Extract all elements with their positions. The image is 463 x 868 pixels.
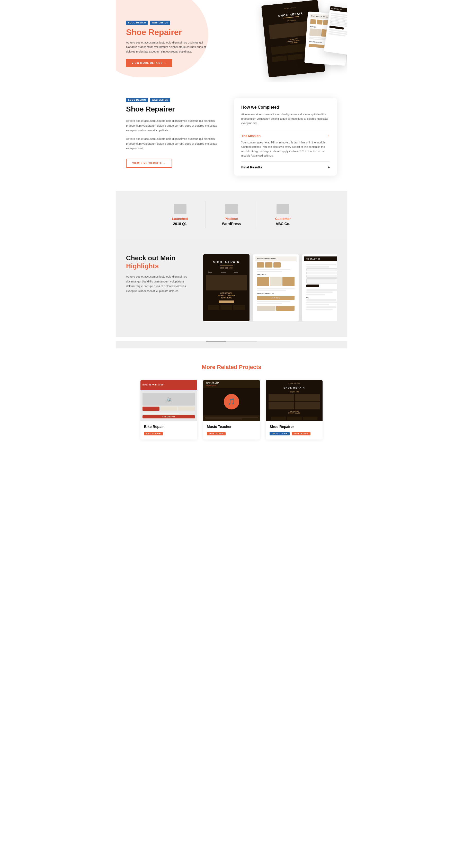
scrollbar-thumb: [206, 341, 226, 342]
shoe-thumb-brand: SHOE REPAIR: [284, 386, 305, 389]
related-card-shoe-tag-logo: LOGO DESIGN: [270, 432, 290, 435]
bike-icon: 🚲: [165, 396, 172, 402]
hc-underline-1: [220, 265, 233, 266]
highlight-card-1-inner: SHOE REPAIR (255) 355-4258 Home Services…: [203, 254, 250, 321]
hcr-line-1: [306, 264, 336, 265]
highlights-title: Check out Main Highlights: [126, 254, 193, 270]
detail-cta-button[interactable]: VIEW LIVE WEBSITE →: [126, 159, 172, 167]
accordion-mission[interactable]: The Mission ↑ Your content goes here. Ed…: [241, 130, 330, 161]
detail-right: How we Completed At vero eos et accusamu…: [234, 98, 337, 176]
detail-left: LOGO DESIGN WEB DESIGN Shoe Repairer At …: [126, 98, 224, 167]
accordion-mission-icon: ↑: [328, 134, 330, 138]
hcr-submit-btn: [306, 284, 319, 287]
shoe-thumb-img-2: [295, 394, 320, 401]
related-title: More Related Projects: [126, 364, 337, 371]
detail-tag-logo: LOGO DESIGN: [126, 98, 148, 102]
stat-launched-label: Launched: [160, 217, 200, 221]
card-description: At vero eos et accusamus iusto odio dign…: [241, 112, 330, 125]
detail-card: How we Completed At vero eos et accusamu…: [234, 98, 337, 176]
stat-launched: Launched 2018 Q1: [154, 202, 206, 228]
related-card-shoe-name: Shoe Repairer: [270, 425, 319, 429]
stat-platform-value: WordPress: [211, 222, 252, 226]
hcl-box-3: [273, 262, 280, 268]
bike-thumb-header: BIKE REPAIR SHOP: [140, 380, 197, 390]
stat-customer: Customer ABC Co.: [257, 202, 309, 228]
hcr-input-3: [306, 275, 337, 278]
highlights-right: SHOE REPAIR (255) 355-4258 Home Services…: [203, 254, 337, 321]
related-card-bike-info: Bike Repair WEB DESIGN: [140, 421, 197, 439]
related-card-music-name: Music Teacher: [207, 425, 256, 429]
accordion-mission-header[interactable]: The Mission ↑: [241, 134, 330, 138]
hcr-line-4: [306, 291, 333, 293]
shoe-thumb-img-1: [269, 394, 294, 401]
detail-desc1: At vero eos et accusamus iusto odio dign…: [126, 119, 224, 133]
hcl-line-3: [257, 288, 295, 289]
hcr-line-3: [306, 289, 337, 291]
highlight-card-2: SHOE REPAIR BY MAIL SERVICES SHOE REPAIR…: [253, 254, 299, 321]
related-thumb-shoe: SHOE REPAIR SHOE REPAIR (255) 355-4258 G…: [266, 380, 323, 421]
accordion-results-icon: +: [328, 165, 330, 169]
shoe-thumb-img-4: [295, 402, 320, 409]
hero-tag-web: WEB DESIGN: [150, 21, 170, 25]
hcr-faq-line-3: [306, 304, 329, 305]
related-title-suffix: Projects: [237, 364, 261, 370]
related-card-shoe-info: Shoe Repairer LOGO DESIGN WEB DESIGN: [266, 421, 323, 439]
hcl-row-2: [255, 261, 297, 269]
hero-tags: LOGO DESIGN WEB DESIGN: [126, 21, 208, 25]
highlights-scrollbar[interactable]: [116, 341, 347, 342]
hcl-header-2: SHOE REPAIR BY MAIL: [255, 256, 297, 261]
highlight-card-3: CONTACT US FAQ: [302, 254, 337, 321]
accordion-mission-body: Your content goes here. Edit or remove t…: [241, 140, 330, 158]
hcl-img-3: [283, 277, 295, 286]
hcr-body: FAQ: [304, 261, 337, 313]
hero-cta-button[interactable]: VIEW MORE DETAILS →: [126, 59, 172, 67]
hero-section: LOGO DESIGN WEB DESIGN Shoe Repairer At …: [116, 0, 347, 83]
hcl-club-banner: JOIN NOW: [257, 296, 295, 300]
stat-launched-icon: [174, 204, 187, 214]
stat-customer-value: ABC Co.: [262, 222, 303, 226]
stat-launched-value: 2018 Q1: [160, 222, 200, 226]
hcl-line-4: [257, 290, 286, 291]
bike-thumb-img: 🚲: [142, 393, 195, 406]
accordion-results-label: Final Results: [241, 165, 262, 169]
stat-platform-label: Platform: [211, 217, 252, 221]
highlights-section: Check out Main Highlights At vero eos et…: [116, 239, 347, 337]
bike-thumb-content: 🚲 OUR SERVICES: [140, 390, 197, 420]
related-card-bike-name: Bike Repair: [144, 425, 193, 429]
hcr-line-5: [306, 294, 325, 295]
related-card-music[interactable]: Learn To Play an Instrument Using Backgr…: [203, 380, 260, 439]
hero-description: At vero eos et accusamus iusto odio dign…: [126, 40, 208, 54]
hcl-img-2: [270, 277, 282, 286]
hcl-img-1: [257, 277, 269, 286]
hcl-box-2: [265, 262, 272, 268]
highlights-description: At vero eos et accusamus iusto odio dign…: [126, 274, 193, 293]
related-card-shoe[interactable]: SHOE REPAIR SHOE REPAIR (255) 355-4258 G…: [266, 380, 323, 439]
hcl-section-services: SERVICES: [255, 273, 297, 276]
hcr-faq-line-4: [306, 306, 336, 308]
accordion-results-header[interactable]: Final Results +: [241, 165, 330, 169]
accordion-mission-label: The Mission: [241, 134, 261, 138]
hcl-line-5: [257, 301, 290, 302]
stat-customer-icon: [276, 204, 289, 214]
hc-promo-1: GET REPAIRSWITHOUT LEAVINGYOUR HOME: [218, 292, 235, 299]
related-card-bike[interactable]: BIKE REPAIR SHOP 🚲 OUR S: [140, 380, 197, 439]
stat-customer-label: Customer: [262, 217, 303, 221]
hcl-section-club: SHOE REPAIR CLUB: [255, 292, 297, 295]
detail-tag-web: WEB DESIGN: [150, 98, 170, 102]
stat-platform-icon: [225, 204, 238, 214]
detail-tags: LOGO DESIGN WEB DESIGN: [126, 98, 224, 102]
related-section: More Related Projects BIKE REPAIR SHOP 🚲: [116, 348, 347, 460]
hcl-box-1: [257, 262, 264, 268]
related-thumb-bike: BIKE REPAIR SHOP 🚲 OUR S: [140, 380, 197, 421]
related-card-bike-tag: WEB DESIGN: [144, 432, 163, 435]
hero-content: LOGO DESIGN WEB DESIGN Shoe Repairer At …: [126, 21, 208, 67]
related-title-highlight: Related: [217, 364, 237, 370]
highlight-card-3-inner: CONTACT US FAQ: [302, 254, 337, 321]
music-thumb: Learn To Play an Instrument Using Backgr…: [203, 380, 260, 421]
hcr-line-2: [306, 266, 329, 268]
hcr-faq-line-2: [306, 302, 337, 303]
hcl-line-1: [257, 269, 290, 270]
stats-section: Launched 2018 Q1 Platform WordPress Cust…: [116, 191, 347, 239]
accordion-results[interactable]: Final Results +: [241, 161, 330, 173]
related-card-music-tag: WEB DESIGN: [207, 432, 226, 435]
